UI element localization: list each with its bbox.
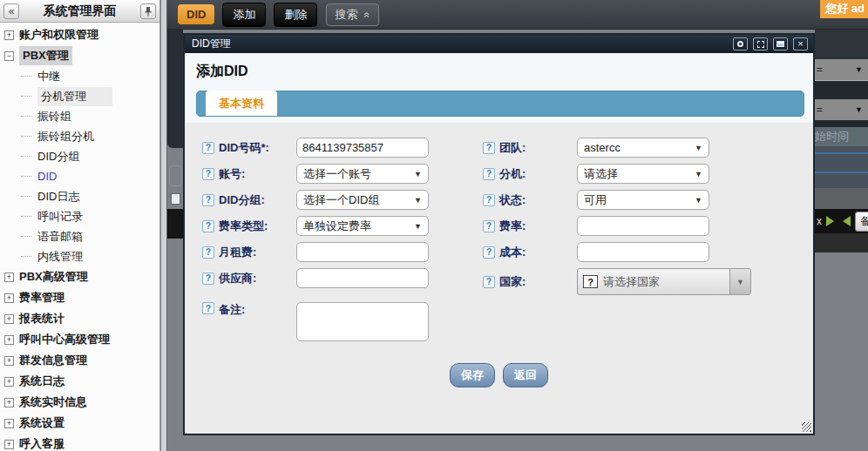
tab-basic-info[interactable]: 基本资料 [206, 91, 277, 116]
expand-node-icon[interactable]: + [4, 273, 14, 282]
rate-type-select[interactable]: 单独设定费率 ▼ [296, 216, 429, 236]
sidebar-item[interactable]: +呼叫中心高级管理 [0, 329, 159, 350]
status-select[interactable]: 可用 ▼ [577, 190, 709, 210]
rate-input[interactable] [577, 216, 709, 236]
pager-button-fragment[interactable]: 备 [855, 212, 868, 232]
field-label: 状态: [499, 192, 577, 208]
field-label: 国家: [499, 274, 577, 290]
help-icon[interactable] [483, 168, 495, 180]
dialog-header-section: 添加DID 基本资料 [185, 53, 813, 123]
expand-node-icon[interactable]: + [4, 293, 14, 303]
help-icon[interactable] [483, 220, 495, 232]
main-content-area: DID 添加 删除 搜索 « 您好 ad = ▼ = ▼ 始时间 x 备 DID… [167, 0, 868, 451]
dropdown-arrow-icon: ▼ [736, 278, 744, 286]
sidebar-item[interactable]: 语音邮箱 [0, 226, 159, 246]
filter-select-fragment[interactable]: = ▼ [815, 99, 868, 120]
page-title: 添加DID [196, 63, 804, 81]
did-number-input[interactable] [296, 138, 429, 158]
country-dropdown-button[interactable]: ▼ [729, 269, 750, 294]
help-icon[interactable] [483, 276, 495, 288]
cost-input[interactable] [577, 242, 709, 262]
sidebar-item[interactable]: +系统实时信息 [0, 392, 159, 413]
sidebar-item[interactable]: +费率管理 [0, 287, 159, 308]
expand-node-icon[interactable]: + [4, 377, 14, 387]
sidebar-item[interactable]: 振铃组分机 [0, 126, 159, 146]
pin-icon[interactable] [140, 3, 156, 19]
delete-button[interactable]: 删除 [274, 3, 317, 27]
filter-select-fragment[interactable]: = ▼ [815, 59, 868, 80]
sidebar-item-label: 振铃组分机 [37, 129, 94, 145]
form-row: 分机: 请选择 ▼ [483, 164, 805, 184]
help-icon[interactable] [202, 246, 214, 259]
refresh-icon[interactable] [733, 37, 748, 50]
remark-textarea[interactable] [296, 302, 429, 341]
sidebar: « 系统管理界面 +账户和权限管理−PBX管理中继分机管理振铃组振铃组分机DID… [0, 0, 160, 451]
sidebar-item[interactable]: +系统日志 [0, 371, 159, 392]
sidebar-item-label: DID日志 [37, 189, 79, 205]
sidebar-collapse-button[interactable]: « [3, 3, 19, 19]
resize-handle[interactable] [802, 422, 811, 432]
maximize-icon[interactable] [753, 37, 768, 50]
collapse-node-icon[interactable]: − [4, 51, 14, 61]
sidebar-item-label: 呼叫记录 [37, 209, 83, 225]
help-icon[interactable] [202, 194, 214, 206]
sidebar-item[interactable]: +群发信息管理 [0, 350, 159, 371]
search-toggle-button[interactable]: 搜索 « [326, 3, 379, 26]
sidebar-item[interactable]: +账户和权限管理 [0, 24, 159, 45]
sidebar-item[interactable]: +呼入客服 [0, 434, 159, 451]
team-select[interactable]: astercc ▼ [577, 138, 709, 158]
sidebar-item[interactable]: DID分组 [0, 146, 159, 166]
help-icon[interactable] [483, 246, 495, 259]
add-button[interactable]: 添加 [222, 3, 266, 27]
field-label: 费率类型: [219, 219, 296, 234]
sidebar-item[interactable]: DID日志 [0, 186, 159, 206]
save-button[interactable]: 保存 [450, 363, 495, 387]
help-icon[interactable] [202, 220, 214, 232]
close-icon[interactable]: x [817, 215, 822, 227]
prev-arrow-icon[interactable] [843, 216, 851, 226]
field-label: 月租费: [219, 245, 296, 260]
start-time-field-fragment[interactable]: 始时间 [815, 127, 868, 146]
form: DID号码*: 账号: 选择一个账号 ▼ DID分组: 选择一个DID组 [185, 123, 813, 348]
back-button[interactable]: 返回 [503, 363, 548, 387]
sidebar-item[interactable]: +系统设置 [0, 413, 159, 434]
sidebar-splitter[interactable] [161, 0, 167, 451]
expand-node-icon[interactable]: + [4, 419, 14, 428]
expand-node-icon[interactable]: + [4, 398, 14, 407]
expand-node-icon[interactable]: + [4, 356, 14, 366]
help-icon[interactable] [202, 142, 214, 154]
sidebar-item[interactable]: +PBX高级管理 [0, 266, 159, 287]
help-icon[interactable] [483, 142, 495, 154]
account-select[interactable]: 选择一个账号 ▼ [296, 164, 429, 184]
monthly-fee-input[interactable] [296, 242, 429, 262]
extension-select[interactable]: 请选择 ▼ [577, 164, 709, 184]
country-combobox[interactable]: ? 请选择国家 ▼ [577, 268, 751, 295]
sidebar-item[interactable]: +报表统计 [0, 308, 159, 329]
help-icon[interactable] [202, 302, 214, 314]
sidebar-item[interactable]: 振铃组 [0, 106, 159, 126]
supplier-input[interactable] [296, 268, 429, 288]
sidebar-item[interactable]: 呼叫记录 [0, 206, 159, 226]
sidebar-item-label: 费率管理 [19, 290, 64, 306]
help-icon[interactable] [202, 168, 214, 180]
tab-did[interactable]: DID [178, 4, 214, 24]
expand-node-icon[interactable]: + [4, 440, 14, 449]
expand-node-icon[interactable]: + [4, 335, 14, 345]
dialog-titlebar[interactable]: DID管理 × [185, 35, 813, 53]
sidebar-item[interactable]: DID [0, 166, 159, 186]
sidebar-item-label: 分机管理 [37, 87, 112, 106]
field-label: 备注: [219, 302, 296, 318]
close-icon[interactable]: × [793, 37, 808, 50]
sidebar-item[interactable]: 分机管理 [0, 86, 159, 106]
help-icon[interactable] [202, 273, 214, 285]
help-icon[interactable] [483, 194, 495, 206]
expand-node-icon[interactable]: + [4, 30, 14, 40]
did-group-select[interactable]: 选择一个DID组 ▼ [296, 190, 429, 210]
next-arrow-icon[interactable] [826, 216, 834, 226]
sidebar-item[interactable]: 中继 [0, 66, 159, 86]
sidebar-item-label: 系统实时信息 [19, 394, 87, 410]
sidebar-item[interactable]: 内线管理 [0, 246, 159, 266]
expand-node-icon[interactable]: + [4, 314, 14, 324]
sidebar-item[interactable]: −PBX管理 [0, 45, 159, 66]
restore-icon[interactable] [773, 37, 788, 50]
